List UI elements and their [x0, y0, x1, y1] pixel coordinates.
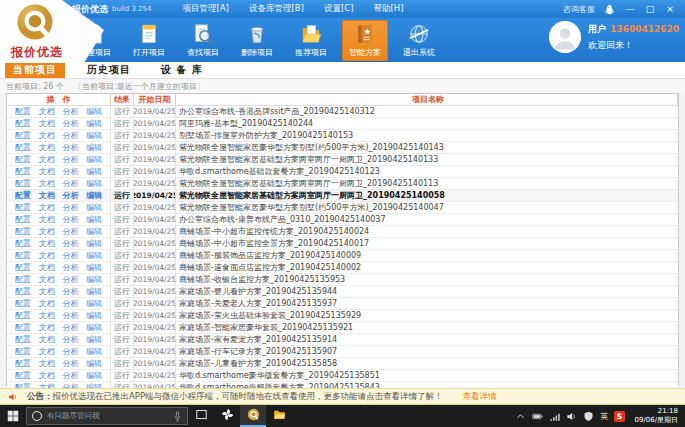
action-link-analyze[interactable]: 分析 [62, 142, 78, 153]
action-link-document[interactable]: 文档 [39, 322, 55, 333]
action-link-analyze[interactable]: 分析 [62, 298, 78, 309]
action-link-analyze[interactable]: 分析 [62, 226, 78, 237]
table-row[interactable]: 配置文档分析编辑运行2019/04/25家庭场景-婴儿看护方案_20190425… [7, 286, 678, 298]
table-row[interactable]: 配置文档分析编辑运行2019/04/25商铺场景-服装饰品店监控方案_20190… [7, 250, 678, 262]
action-link-analyze[interactable]: 分析 [62, 130, 78, 141]
action-link-document[interactable]: 文档 [39, 214, 55, 225]
avatar[interactable] [549, 21, 581, 53]
table-row[interactable]: 配置文档分析编辑运行2019/04/25商铺场景-收银台监控方案_2019042… [7, 274, 678, 286]
open-project-button[interactable]: 打开项目 [126, 20, 172, 61]
action-link-config[interactable]: 配置 [15, 118, 31, 129]
action-link-analyze[interactable]: 分析 [62, 358, 78, 369]
action-link-config[interactable]: 配置 [15, 358, 31, 369]
table-row[interactable]: 配置文档分析编辑运行2019/04/25紫光物联全屋智能家居基础型方案两室两厅一… [7, 178, 678, 190]
action-link-config[interactable]: 配置 [15, 178, 31, 189]
action-link-document[interactable]: 文档 [39, 274, 55, 285]
action-link-analyze[interactable]: 分析 [62, 286, 78, 297]
chevron-up-icon[interactable] [515, 411, 526, 422]
shield-icon[interactable] [583, 411, 594, 422]
menu-item[interactable]: 设备库管理[B] [240, 1, 313, 17]
support-link[interactable]: 咨询客服 [563, 4, 595, 15]
table-row[interactable]: 配置文档分析编辑运行2019/04/25紫光物联全屋智能家居基础型方案两室两厅一… [7, 154, 678, 166]
action-link-config[interactable]: 配置 [15, 130, 31, 141]
action-link-edit[interactable]: 编辑 [86, 106, 102, 117]
quote-app-taskbar-button[interactable] [240, 405, 266, 427]
action-link-document[interactable]: 文档 [39, 226, 55, 237]
action-link-document[interactable]: 文档 [39, 334, 55, 345]
action-link-analyze[interactable]: 分析 [62, 250, 78, 261]
action-link-document[interactable]: 文档 [39, 298, 55, 309]
close-button[interactable]: × [663, 4, 677, 14]
action-link-edit[interactable]: 编辑 [86, 358, 102, 369]
menu-item[interactable]: 帮助[H] [364, 1, 412, 17]
table-row[interactable]: 配置文档分析编辑运行2019/04/25紫光物联全屋智能家居豪华型方案别墅(约5… [7, 142, 678, 154]
action-link-document[interactable]: 文档 [39, 370, 55, 381]
action-link-analyze[interactable]: 分析 [62, 154, 78, 165]
action-link-edit[interactable]: 编辑 [86, 226, 102, 237]
minimize-button[interactable]: — [623, 4, 637, 14]
recommend-project-button[interactable]: 推荐项目 [288, 20, 334, 61]
task-view-taskbar-button[interactable] [188, 405, 214, 427]
action-link-edit[interactable]: 编辑 [86, 262, 102, 273]
volume-icon[interactable] [566, 411, 577, 422]
action-link-document[interactable]: 文档 [39, 286, 55, 297]
table-row[interactable]: 配置文档分析编辑运行2019/04/25家庭场景-萤火虫基础体验套装_20190… [7, 310, 678, 322]
delete-project-button[interactable]: 删除项目 [234, 20, 280, 61]
action-link-edit[interactable]: 编辑 [86, 190, 102, 201]
action-link-analyze[interactable]: 分析 [62, 262, 78, 273]
menu-item[interactable]: 设置[C] [315, 1, 363, 17]
action-link-analyze[interactable]: 分析 [62, 334, 78, 345]
action-link-config[interactable]: 配置 [15, 250, 31, 261]
ime-indicator[interactable]: 英 [600, 411, 608, 422]
action-link-analyze[interactable]: 分析 [62, 202, 78, 213]
table-row[interactable]: 配置文档分析编辑运行2019/04/25商铺场景-中小超市监控全景方案_2019… [7, 238, 678, 250]
action-link-config[interactable]: 配置 [15, 154, 31, 165]
exit-system-button[interactable]: 退出系统 [396, 20, 442, 61]
table-row[interactable]: 配置文档分析编辑运行2019/04/25华歌d.smarthome豪华版套餐方案… [7, 370, 678, 382]
table-row[interactable]: 配置文档分析编辑运行2019/04/25别墅场景-排屋室外防护方案_201904… [7, 130, 678, 142]
action-link-edit[interactable]: 编辑 [86, 142, 102, 153]
table-row[interactable]: 配置文档分析编辑运行2019/04/25家庭场景-儿童看护方案_20190425… [7, 358, 678, 370]
action-link-edit[interactable]: 编辑 [86, 322, 102, 333]
action-link-document[interactable]: 文档 [39, 250, 55, 261]
action-link-config[interactable]: 配置 [15, 106, 31, 117]
pinwheel-app-taskbar-button[interactable] [214, 405, 240, 427]
action-link-edit[interactable]: 编辑 [86, 346, 102, 357]
network-icon[interactable] [549, 411, 560, 422]
action-link-edit[interactable]: 编辑 [86, 238, 102, 249]
action-link-edit[interactable]: 编辑 [86, 286, 102, 297]
action-link-config[interactable]: 配置 [15, 238, 31, 249]
tab-history-projects[interactable]: 历史项目 [79, 62, 139, 78]
table-row[interactable]: 配置文档分析编辑运行2019/04/25家庭场景-行车记录方案_20190425… [7, 346, 678, 358]
action-link-analyze[interactable]: 分析 [62, 178, 78, 189]
action-link-edit[interactable]: 编辑 [86, 298, 102, 309]
action-link-config[interactable]: 配置 [15, 202, 31, 213]
table-row[interactable]: 配置文档分析编辑运行2019/04/25办公室综合布线-康普布线产品_0310_… [7, 214, 678, 226]
action-link-document[interactable]: 文档 [39, 238, 55, 249]
action-link-analyze[interactable]: 分析 [62, 346, 78, 357]
action-link-config[interactable]: 配置 [15, 262, 31, 273]
battery-icon[interactable] [532, 411, 543, 422]
action-link-config[interactable]: 配置 [15, 310, 31, 321]
action-link-edit[interactable]: 编辑 [86, 250, 102, 261]
table-row[interactable]: 配置文档分析编辑运行2019/04/25紫光物联全屋智能家居基础型方案两室两厅一… [7, 190, 678, 202]
table-row[interactable]: 配置文档分析编辑运行2019/04/25办公室综合布线-香港品牌ssit产品_2… [7, 106, 678, 118]
table-row[interactable]: 配置文档分析编辑运行2019/04/25紫光物联全屋智能家居豪华型方案别墅(约5… [7, 202, 678, 214]
action-link-edit[interactable]: 编辑 [86, 310, 102, 321]
action-link-analyze[interactable]: 分析 [62, 310, 78, 321]
action-link-edit[interactable]: 编辑 [86, 118, 102, 129]
table-row[interactable]: 配置文档分析编辑运行2019/04/25家庭场景-智能家居豪华套装_201904… [7, 322, 678, 334]
file-explorer-taskbar-button[interactable] [266, 405, 292, 427]
tab-device-library[interactable]: 设 备 库 [153, 62, 211, 78]
menu-item[interactable]: 项目管理[A] [173, 1, 237, 17]
table-row[interactable]: 配置文档分析编辑运行2019/04/25商铺场景-中小超市监控传统方案_2019… [7, 226, 678, 238]
table-row[interactable]: 配置文档分析编辑运行2019/04/25华歌d.smarthome基础款套餐方案… [7, 166, 678, 178]
action-link-config[interactable]: 配置 [15, 334, 31, 345]
table-row[interactable]: 配置文档分析编辑运行2019/04/25阿里玛雅-基本型_20190425140… [7, 118, 678, 130]
taskbar-clock[interactable]: 21:18 09/06/星期日 [631, 407, 681, 426]
action-link-config[interactable]: 配置 [15, 226, 31, 237]
action-link-analyze[interactable]: 分析 [62, 322, 78, 333]
action-link-edit[interactable]: 编辑 [86, 370, 102, 381]
action-link-document[interactable]: 文档 [39, 310, 55, 321]
action-link-document[interactable]: 文档 [39, 166, 55, 177]
